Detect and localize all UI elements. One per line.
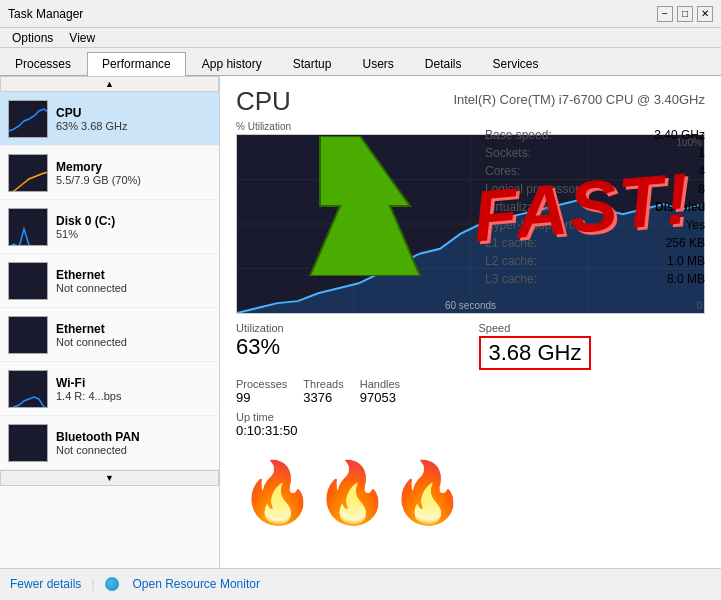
utilization-label: Utilization (236, 322, 463, 334)
processes-value: 99 (236, 390, 287, 405)
tab-services[interactable]: Services (478, 52, 554, 75)
ethernet1-mini-chart (8, 262, 48, 300)
info-base-speed: Base speed: 3.40 GHz (485, 126, 705, 144)
footer: Fewer details | Open Resource Monitor (0, 568, 721, 598)
menu-bar: Options View (0, 28, 721, 48)
sidebar-item-memory[interactable]: Memory 5.5/7.9 GB (70%) (0, 146, 219, 200)
tab-processes[interactable]: Processes (0, 52, 86, 75)
sidebar-ethernet2-title: Ethernet (56, 322, 211, 336)
uptime-group: Up time 0:10:31:50 (236, 411, 705, 438)
sidebar-memory-title: Memory (56, 160, 211, 174)
main-content: ▲ CPU 63% 3.68 GHz Mem (0, 76, 721, 568)
sidebar-disk-info: Disk 0 (C:) 51% (56, 214, 211, 240)
sidebar-scroll-down[interactable]: ▼ (0, 470, 219, 486)
fire-overlay: 🔥🔥🔥 (240, 457, 465, 528)
sidebar-item-disk[interactable]: Disk 0 (C:) 51% (0, 200, 219, 254)
disk-mini-chart (8, 208, 48, 246)
sidebar-memory-info: Memory 5.5/7.9 GB (70%) (56, 160, 211, 186)
sidebar: ▲ CPU 63% 3.68 GHz Mem (0, 76, 220, 568)
base-speed-label: Base speed: (485, 128, 552, 142)
sidebar-wifi-title: Wi-Fi (56, 376, 211, 390)
sidebar-cpu-value: 63% 3.68 GHz (56, 120, 211, 132)
minimize-button[interactable]: − (657, 6, 673, 22)
svg-rect-3 (9, 263, 48, 300)
sidebar-cpu-info: CPU 63% 3.68 GHz (56, 106, 211, 132)
detail-title: CPU (236, 86, 291, 116)
threads-group: Threads 3376 (303, 378, 343, 405)
handles-value: 97053 (360, 390, 400, 405)
sidebar-ethernet2-value: Not connected (56, 336, 211, 348)
l3-value: 8.0 MB (667, 272, 705, 286)
speed-label: Speed (479, 322, 706, 334)
info-l3: L3 cache: 8.0 MB (485, 270, 705, 288)
tab-details[interactable]: Details (410, 52, 477, 75)
speed-value: 3.68 GHz (489, 340, 582, 366)
sidebar-bluetooth-info: Bluetooth PAN Not connected (56, 430, 211, 456)
sidebar-item-ethernet1[interactable]: Ethernet Not connected (0, 254, 219, 308)
sidebar-ethernet2-info: Ethernet Not connected (56, 322, 211, 348)
window-title: Task Manager (8, 7, 657, 21)
sidebar-disk-value: 51% (56, 228, 211, 240)
base-speed-value: 3.40 GHz (654, 128, 705, 142)
detail-panel: CPU Intel(R) Core(TM) i7-6700 CPU @ 3.40… (220, 76, 721, 568)
uptime-label: Up time (236, 411, 705, 423)
sidebar-item-cpu[interactable]: CPU 63% 3.68 GHz (0, 92, 219, 146)
detail-header: CPU Intel(R) Core(TM) i7-6700 CPU @ 3.40… (236, 86, 705, 117)
svg-rect-5 (9, 371, 48, 408)
info-l2: L2 cache: 1.0 MB (485, 252, 705, 270)
l3-label: L3 cache: (485, 272, 537, 286)
svg-rect-4 (9, 317, 48, 354)
sidebar-item-wifi[interactable]: Wi-Fi 1.4 R: 4...bps (0, 362, 219, 416)
l2-label: L2 cache: (485, 254, 537, 268)
title-bar: Task Manager − □ ✕ (0, 0, 721, 28)
detail-processor: Intel(R) Core(TM) i7-6700 CPU @ 3.40GHz (453, 92, 705, 107)
menu-options[interactable]: Options (4, 31, 61, 45)
logical-value: 8 (698, 182, 705, 196)
tab-bar: Processes Performance App history Startu… (0, 48, 721, 76)
sidebar-item-ethernet2[interactable]: Ethernet Not connected (0, 308, 219, 362)
menu-view[interactable]: View (61, 31, 103, 45)
sidebar-scroll-up[interactable]: ▲ (0, 76, 219, 92)
bluetooth-mini-chart (8, 424, 48, 462)
globe-icon (105, 577, 119, 591)
speed-group: Speed 3.68 GHz (479, 322, 706, 370)
cores-value: 4 (698, 164, 705, 178)
speed-box: 3.68 GHz (479, 336, 592, 370)
fewer-details-link[interactable]: Fewer details (10, 577, 81, 591)
tab-performance[interactable]: Performance (87, 52, 186, 76)
sockets-value: 1 (698, 146, 705, 160)
tab-startup[interactable]: Startup (278, 52, 347, 75)
sidebar-bluetooth-value: Not connected (56, 444, 211, 456)
svg-rect-6 (9, 425, 48, 462)
wifi-mini-chart (8, 370, 48, 408)
open-resource-monitor-link[interactable]: Open Resource Monitor (133, 577, 260, 591)
maximize-button[interactable]: □ (677, 6, 693, 22)
l2-value: 1.0 MB (667, 254, 705, 268)
cpu-mini-chart (8, 100, 48, 138)
memory-mini-chart (8, 154, 48, 192)
threads-label: Threads (303, 378, 343, 390)
sidebar-ethernet1-value: Not connected (56, 282, 211, 294)
sidebar-disk-title: Disk 0 (C:) (56, 214, 211, 228)
stats-row-1: Utilization 63% Speed 3.68 GHz (236, 322, 705, 370)
detail-title-group: CPU (236, 86, 291, 117)
uptime-value: 0:10:31:50 (236, 423, 705, 438)
sidebar-ethernet1-title: Ethernet (56, 268, 211, 282)
sidebar-bluetooth-title: Bluetooth PAN (56, 430, 211, 444)
sidebar-wifi-value: 1.4 R: 4...bps (56, 390, 211, 402)
stats-row-2: Processes 99 Threads 3376 Handles 97053 (236, 378, 705, 405)
tab-apphistory[interactable]: App history (187, 52, 277, 75)
sidebar-memory-value: 5.5/7.9 GB (70%) (56, 174, 211, 186)
svg-rect-2 (9, 209, 48, 246)
tab-users[interactable]: Users (347, 52, 408, 75)
close-button[interactable]: ✕ (697, 6, 713, 22)
processes-label: Processes (236, 378, 287, 390)
processes-group: Processes 99 (236, 378, 287, 405)
threads-value: 3376 (303, 390, 343, 405)
sidebar-item-bluetooth[interactable]: Bluetooth PAN Not connected (0, 416, 219, 470)
chart-x-label: 60 seconds (445, 300, 496, 311)
handles-group: Handles 97053 (360, 378, 400, 405)
ethernet2-mini-chart (8, 316, 48, 354)
handles-label: Handles (360, 378, 400, 390)
utilization-value: 63% (236, 334, 463, 360)
